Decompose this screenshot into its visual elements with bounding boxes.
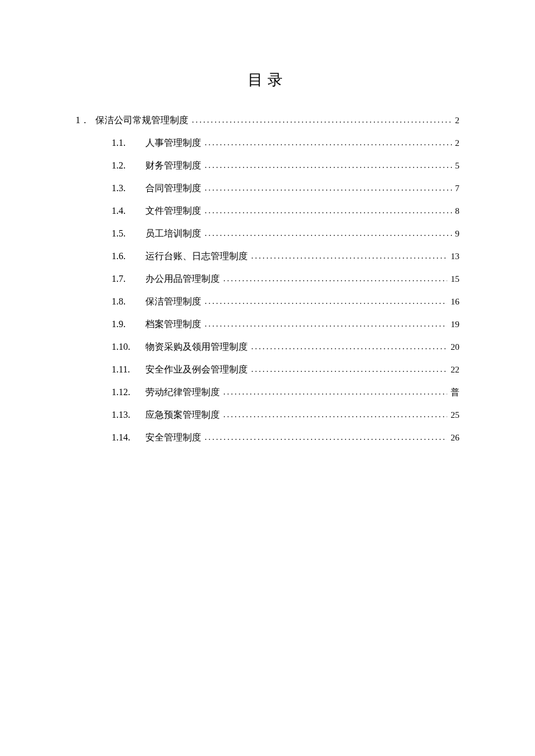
- toc-page-number: 2: [455, 138, 460, 148]
- toc-entry-l2: 1.7.办公用品管理制度............................…: [76, 273, 459, 285]
- toc-number: 1.13.: [112, 410, 138, 420]
- toc-page-number: 25: [451, 410, 459, 420]
- toc-label: 保洁公司常规管理制度: [95, 114, 188, 127]
- toc-page-number: 2: [455, 116, 460, 126]
- toc-label: 办公用品管理制度: [145, 273, 220, 285]
- toc-label: 文件管理制度: [145, 205, 201, 217]
- toc-number: 1.6.: [112, 251, 138, 261]
- toc-number: 1.12.: [112, 387, 138, 397]
- toc-number: 1．: [76, 114, 90, 127]
- toc-number: 1.10.: [112, 342, 138, 352]
- toc-number: 1.7.: [112, 274, 138, 284]
- toc-entry-l2: 1.1.人事管理制度..............................…: [76, 137, 459, 149]
- toc-entry-l2: 1.14.安全管理制度.............................…: [76, 432, 459, 444]
- toc-entry-l2: 1.10.物资采购及领用管理制度........................…: [76, 341, 459, 353]
- toc-entry-l2: 1.8.保洁管理制度..............................…: [76, 296, 459, 308]
- toc-leader-dots: ........................................…: [205, 320, 447, 329]
- toc-page-number: 16: [451, 297, 459, 307]
- toc-number: 1.9.: [112, 319, 138, 329]
- toc-page-number: 7: [455, 184, 460, 194]
- toc-label: 安全管理制度: [145, 432, 201, 444]
- toc-page-number: 5: [455, 161, 460, 171]
- toc-leader-dots: ........................................…: [205, 184, 452, 193]
- toc-page-number: 普: [451, 387, 459, 398]
- toc-label: 保洁管理制度: [145, 296, 201, 308]
- toc-page-number: 15: [451, 274, 459, 284]
- toc-leader-dots: ........................................…: [205, 297, 447, 306]
- toc-number: 1.14.: [112, 432, 138, 443]
- toc-number: 1.1.: [112, 138, 138, 148]
- toc-label: 档案管理制度: [145, 318, 201, 331]
- toc-leader-dots: ........................................…: [192, 116, 452, 125]
- toc-entry-l2: 1.13.应急预案管理制度...........................…: [76, 409, 459, 421]
- toc-label: 劳动纪律管理制度: [145, 386, 220, 399]
- toc-number: 1.5.: [112, 228, 138, 239]
- toc-page-number: 8: [455, 206, 460, 216]
- toc-entry-l2: 1.11.安全作业及例会管理制度........................…: [76, 364, 459, 376]
- toc-number: 1.8.: [112, 296, 138, 307]
- toc-entry-l2: 1.12.劳动纪律管理制度...........................…: [76, 386, 459, 399]
- toc-leader-dots: ........................................…: [223, 274, 447, 284]
- toc-label: 运行台账、日志管理制度: [145, 250, 248, 263]
- toc-page-number: 22: [451, 365, 459, 375]
- toc-page-number: 13: [451, 252, 459, 261]
- toc-page-number: 9: [455, 229, 460, 239]
- toc-entry-l2: 1.5.员工培训制度..............................…: [76, 228, 459, 240]
- toc-number: 1.2.: [112, 160, 138, 171]
- toc-entry-l2: 1.2.财务管理制度..............................…: [76, 160, 459, 172]
- toc-leader-dots: ........................................…: [251, 342, 447, 352]
- toc-number: 1.3.: [112, 183, 138, 194]
- toc-label: 人事管理制度: [145, 137, 201, 149]
- toc-page-number: 20: [451, 342, 459, 352]
- toc-label: 物资采购及领用管理制度: [145, 341, 248, 353]
- toc-number: 1.4.: [112, 206, 138, 216]
- toc-entry-l1: 1． 保洁公司常规管理制度 ..........................…: [76, 114, 459, 127]
- toc-entry-l2: 1.4.文件管理制度..............................…: [76, 205, 459, 217]
- toc-entry-l2: 1.9.档案管理制度..............................…: [76, 318, 459, 331]
- toc-leader-dots: ........................................…: [223, 388, 447, 397]
- toc-leader-dots: ........................................…: [205, 229, 452, 238]
- toc-leader-dots: ........................................…: [251, 365, 447, 374]
- toc-label: 应急预案管理制度: [145, 409, 220, 421]
- toc-entry-l2: 1.6.运行台账、日志管理制度.........................…: [76, 250, 459, 263]
- toc-entry-l2: 1.3.合同管理制度..............................…: [76, 182, 459, 195]
- toc-label: 财务管理制度: [145, 160, 201, 172]
- toc-title: 目录: [76, 70, 459, 90]
- toc-leader-dots: ........................................…: [205, 206, 452, 216]
- toc-leader-dots: ........................................…: [205, 433, 447, 442]
- toc-label: 员工培训制度: [145, 228, 201, 240]
- toc-label: 合同管理制度: [145, 182, 201, 195]
- toc-leader-dots: ........................................…: [251, 252, 447, 261]
- toc-leader-dots: ........................................…: [205, 161, 452, 170]
- toc-label: 安全作业及例会管理制度: [145, 364, 248, 376]
- toc-number: 1.11.: [112, 364, 138, 375]
- toc-leader-dots: ........................................…: [223, 410, 447, 420]
- toc-leader-dots: ........................................…: [205, 138, 452, 148]
- toc-page-number: 19: [451, 320, 459, 329]
- toc-page-number: 26: [451, 433, 459, 443]
- toc-sublist: 1.1.人事管理制度..............................…: [76, 137, 459, 444]
